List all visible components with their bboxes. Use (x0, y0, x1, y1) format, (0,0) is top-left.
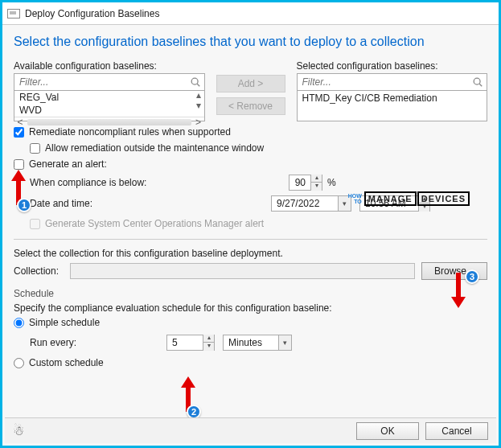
scom-label: Generate System Center Operations Manage… (45, 218, 264, 229)
vertical-scrollbar[interactable]: ▴ ▾ (193, 91, 204, 109)
list-item[interactable]: WVD (14, 104, 204, 117)
ok-button[interactable]: OK (356, 422, 419, 440)
date-picker[interactable]: 9/27/2022 ▾ (271, 195, 351, 212)
run-every-value: 5 (167, 337, 203, 348)
annotation-badge-3: 3 (465, 269, 479, 284)
chevron-down-icon[interactable]: ▾ (278, 335, 291, 350)
remove-button[interactable]: < Remove (216, 97, 285, 115)
collection-title: Select the collection for this configura… (14, 248, 487, 259)
selected-filter[interactable] (297, 73, 488, 91)
search-icon[interactable] (190, 76, 201, 88)
scroll-down-icon[interactable]: ▾ (196, 101, 201, 109)
logo: HOWTO MANAGE DEVICES (348, 191, 470, 206)
scom-checkbox (30, 219, 40, 229)
svg-point-0 (191, 78, 198, 84)
list-item[interactable]: REG_Val (14, 91, 204, 104)
collection-input (70, 263, 415, 279)
svg-line-3 (479, 84, 482, 86)
selected-filter-input[interactable] (302, 76, 473, 88)
allow-outside-label: Allow remediation outside the maintenanc… (45, 142, 264, 154)
available-listbox[interactable]: REG_Val WVD < > ▴ ▾ (14, 91, 205, 121)
simple-schedule-radio[interactable] (14, 318, 24, 328)
available-filter-input[interactable] (19, 76, 190, 88)
remediate-label: Remediate noncompliant rules when suppor… (29, 126, 231, 138)
annotation-badge-1: 1 (17, 198, 31, 212)
list-item[interactable]: HTMD_Key CI/CB Remediation (298, 91, 487, 105)
percent-label: % (327, 177, 336, 188)
spin-down-icon[interactable]: ▾ (310, 183, 322, 191)
generate-alert-checkbox[interactable] (14, 159, 24, 170)
allow-outside-checkbox[interactable] (30, 143, 40, 154)
footer: ☃ OK Cancel (5, 417, 496, 443)
search-icon[interactable] (472, 76, 483, 88)
scroll-up-icon[interactable]: ▴ (196, 91, 201, 99)
available-filter[interactable] (14, 73, 205, 91)
selected-listbox[interactable]: HTMD_Key CI/CB Remediation (297, 91, 488, 121)
datetime-label: Date and time: (30, 198, 158, 209)
selected-label: Selected configuration baselines: (297, 60, 488, 72)
user-icon: ☃ (13, 423, 24, 438)
remediate-checkbox[interactable] (14, 127, 24, 138)
scroll-left-icon[interactable]: < (14, 117, 26, 127)
page-heading: Select the configuration baselines that … (2, 25, 499, 55)
divider (14, 239, 487, 240)
custom-schedule-label: Custom schedule (29, 357, 104, 368)
titlebar: Deploy Configuration Baselines (2, 2, 499, 25)
cancel-button[interactable]: Cancel (425, 422, 488, 440)
scroll-track[interactable] (27, 119, 191, 125)
compliance-label: When compliance is below: (30, 177, 158, 188)
collection-label: Collection: (14, 265, 64, 277)
unit-dropdown[interactable]: Minutes ▾ (223, 335, 292, 351)
compliance-spinner[interactable]: 90 ▴ ▾ (289, 175, 322, 191)
schedule-title: Specify the compliance evaluation schedu… (14, 302, 487, 314)
svg-point-2 (474, 78, 480, 84)
horizontal-scrollbar[interactable]: < > (14, 117, 204, 127)
run-every-label: Run every: (30, 337, 86, 348)
custom-schedule-radio[interactable] (14, 358, 24, 368)
scroll-right-icon[interactable]: > (193, 117, 204, 127)
compliance-value: 90 (290, 177, 310, 188)
run-every-spinner[interactable]: 5 ▴ ▾ (166, 335, 215, 351)
window-title: Deploy Configuration Baselines (25, 8, 159, 19)
date-value: 9/27/2022 (277, 198, 324, 209)
generate-alert-label: Generate an alert: (29, 158, 107, 170)
schedule-group-label: Schedule (14, 288, 487, 299)
unit-value: Minutes (228, 337, 267, 348)
simple-schedule-label: Simple schedule (29, 317, 100, 328)
add-button[interactable]: Add > (216, 75, 285, 92)
available-label: Available configuration baselines: (14, 60, 205, 72)
app-icon (7, 9, 20, 18)
svg-line-1 (197, 84, 199, 86)
spin-down-icon[interactable]: ▾ (203, 343, 214, 351)
